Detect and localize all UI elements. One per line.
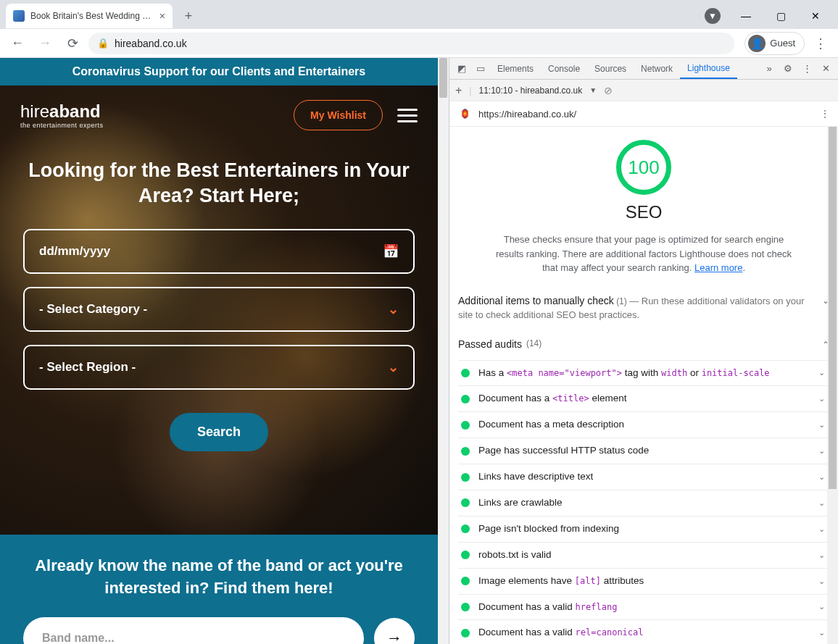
pass-dot-icon (461, 551, 470, 559)
audit-text: Document has a valid rel=canonical (478, 626, 810, 640)
passed-title: Passed audits (458, 338, 522, 350)
audit-item[interactable]: Links have descriptive text⌄ (458, 464, 829, 490)
close-window-button[interactable]: ✕ (799, 4, 832, 28)
score-category: SEO (458, 202, 829, 222)
audit-item[interactable]: Page has successful HTTP status code⌄ (458, 438, 829, 464)
tab-console[interactable]: Console (541, 59, 587, 78)
audit-item[interactable]: Links are crawlable⌄ (458, 490, 829, 517)
clear-icon[interactable]: ⊘ (604, 85, 613, 96)
tab-title: Book Britain's Best Wedding & P... (30, 11, 154, 21)
lighthouse-results: 100 SEO These checks ensure that your pa… (449, 127, 838, 644)
website-viewport: Coronavirus Support for our Clients and … (0, 58, 438, 644)
titlebar: Book Britain's Best Wedding & P... × + ▼… (0, 0, 838, 29)
pass-dot-icon (461, 498, 470, 507)
search-button[interactable]: Search (170, 413, 268, 451)
address-bar[interactable]: 🔒 hireaband.co.uk (88, 33, 734, 54)
band-name-input[interactable] (23, 617, 364, 644)
seo-score-gauge[interactable]: 100 (616, 140, 671, 195)
lock-icon: 🔒 (97, 38, 109, 49)
more-tabs-icon[interactable]: » (760, 63, 779, 74)
audit-item[interactable]: Document has a valid rel=canonical⌄ (458, 620, 829, 644)
scrollbar-thumb[interactable] (439, 58, 447, 98)
minimize-button[interactable]: — (729, 4, 763, 28)
devtools-scrollbar[interactable] (827, 127, 838, 644)
region-placeholder: - Select Region - (39, 360, 136, 375)
pass-dot-icon (461, 473, 470, 482)
logo-text-1: hire (20, 101, 49, 121)
new-tab-button[interactable]: + (178, 6, 199, 26)
back-button[interactable]: ← (6, 32, 29, 55)
audit-item[interactable]: Document has a meta description⌄ (458, 412, 829, 438)
chevron-down-icon: ⌄ (388, 301, 399, 317)
chevron-down-icon: ⌄ (818, 368, 825, 377)
devtools-menu-icon[interactable]: ⋮ (797, 63, 816, 74)
chevron-down-icon[interactable]: ▼ (589, 86, 597, 94)
score-value: 100 (628, 156, 659, 179)
chevron-down-icon: ⌄ (818, 628, 825, 637)
tab-network[interactable]: Network (634, 59, 680, 78)
report-name[interactable]: 11:10:10 - hireaband.co.uk (478, 85, 582, 96)
chevron-down-icon: ⌄ (818, 498, 825, 508)
menu-icon[interactable] (397, 109, 418, 122)
guest-profile-button[interactable]: 👤 Guest (744, 32, 805, 55)
pass-dot-icon (461, 447, 470, 456)
date-input[interactable]: dd/mm/yyyy 📅 (23, 229, 415, 274)
audit-text: robots.txt is valid (478, 548, 810, 562)
tab-elements[interactable]: Elements (490, 59, 541, 78)
covid-banner[interactable]: Coronavirus Support for our Clients and … (0, 58, 438, 85)
manual-count: (1) (616, 296, 627, 306)
scrollbar-thumb[interactable] (829, 127, 837, 489)
pass-dot-icon (461, 421, 470, 430)
pass-dot-icon (461, 629, 470, 637)
passed-count: (14) (526, 338, 542, 348)
profile-indicator-icon[interactable]: ▼ (705, 8, 721, 24)
tab-sources[interactable]: Sources (587, 59, 634, 78)
devtools-panel: ◩ ▭ Elements Console Sources Network Lig… (449, 58, 838, 644)
reload-button[interactable]: ⟳ (61, 32, 84, 55)
category-select[interactable]: - Select Category - ⌄ (23, 287, 415, 332)
find-submit-button[interactable]: → (374, 618, 415, 644)
wishlist-button[interactable]: My Wishlist (294, 100, 383, 130)
report-menu-icon[interactable]: ⋮ (821, 109, 829, 119)
region-select[interactable]: - Select Region - ⌄ (23, 345, 415, 390)
chevron-down-icon: ⌄ (388, 359, 399, 375)
audit-item[interactable]: Document has a <title> element⌄ (458, 386, 829, 412)
learn-more-link[interactable]: Learn more (694, 262, 742, 273)
audit-item[interactable]: robots.txt is valid⌄ (458, 543, 829, 569)
logo-text-2: aband (49, 101, 101, 121)
calendar-icon: 📅 (383, 243, 399, 259)
audit-text: Links are crawlable (478, 496, 810, 510)
lighthouse-icon: 🏮 (458, 107, 471, 120)
audit-item[interactable]: Page isn't blocked from indexing⌄ (458, 517, 829, 543)
audit-text: Links have descriptive text (478, 470, 810, 484)
chevron-down-icon: ⌄ (818, 472, 825, 482)
manual-title: Additional items to manually check (458, 295, 614, 306)
audit-item[interactable]: Image elements have [alt] attributes⌄ (458, 569, 829, 595)
device-toggle-icon[interactable]: ▭ (471, 63, 490, 74)
passed-audits-toggle[interactable]: Passed audits (14) ⌃ (458, 335, 829, 353)
audit-item[interactable]: Document has a valid hreflang⌄ (458, 595, 829, 621)
logo-tagline: the entertainment experts (20, 122, 104, 129)
pass-dot-icon (461, 369, 470, 377)
gear-icon[interactable]: ⚙ (779, 63, 797, 74)
maximize-button[interactable]: ▢ (764, 4, 797, 28)
date-placeholder: dd/mm/yyyy (39, 244, 110, 259)
chevron-down-icon: ⌄ (818, 602, 825, 611)
audit-text: Document has a <title> element (478, 392, 810, 406)
find-heading: Already know the name of the band or act… (23, 555, 415, 600)
manual-checks-toggle[interactable]: Additional items to manually check (1) —… (458, 291, 829, 325)
audit-text: Page has successful HTTP status code (478, 444, 810, 458)
new-report-button[interactable]: + (455, 84, 462, 97)
browser-menu-button[interactable]: ⋮ (809, 32, 832, 55)
close-icon[interactable]: × (159, 10, 165, 22)
audit-item[interactable]: Has a <meta name="viewport"> tag with wi… (458, 361, 829, 387)
tab-lighthouse[interactable]: Lighthouse (680, 59, 737, 79)
devtools-close-icon[interactable]: ✕ (816, 63, 835, 74)
page-scrollbar[interactable] (438, 58, 449, 644)
browser-tab[interactable]: Book Britain's Best Wedding & P... × (6, 4, 173, 28)
inspect-icon[interactable]: ◩ (452, 63, 471, 74)
logo[interactable]: hireaband the entertainment experts (20, 101, 104, 129)
forward-button[interactable]: → (33, 32, 57, 55)
chevron-down-icon: ⌄ (818, 420, 825, 430)
guest-label: Guest (770, 38, 795, 49)
